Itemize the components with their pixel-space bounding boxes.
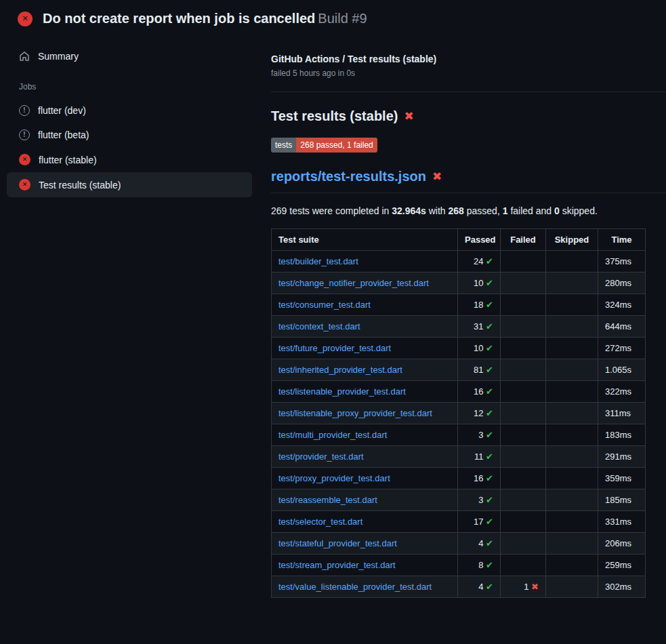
suite-link[interactable]: test/listenable_proxy_provider_test.dart	[278, 408, 432, 418]
table-row: test/proxy_provider_test.dart 16 ✔ 359ms	[272, 468, 646, 489]
suite-link[interactable]: test/listenable_provider_test.dart	[278, 386, 406, 397]
build-number: Build #9	[318, 11, 367, 26]
tests-badge: tests 268 passed, 1 failed	[271, 138, 377, 153]
check-icon: ✔	[486, 256, 493, 266]
passed-cell: 81 ✔	[458, 359, 501, 381]
passed-cell: 11 ✔	[458, 446, 501, 468]
home-icon	[19, 51, 30, 62]
passed-cell: 31 ✔	[458, 316, 501, 338]
sidebar-item-test-results-stable[interactable]: ✕ Test results (stable)	[7, 172, 252, 197]
suite-link[interactable]: test/future_provider_test.dart	[278, 343, 391, 353]
passed-cell: 4 ✔	[458, 576, 501, 598]
skipped-cell	[546, 576, 598, 598]
passed-count: 3	[478, 495, 483, 505]
suite-link[interactable]: test/inherited_provider_test.dart	[278, 365, 402, 375]
check-icon: ✔	[486, 321, 493, 331]
suite-link[interactable]: test/builder_test.dart	[278, 256, 358, 266]
failed-cell	[501, 381, 546, 403]
time-cell: 375ms	[598, 251, 646, 273]
sidebar-item-summary[interactable]: Summary	[7, 44, 252, 68]
passed-cell: 12 ✔	[458, 403, 501, 424]
summary-text: passed,	[464, 205, 503, 216]
check-icon: ✔	[486, 517, 493, 527]
suite-cell: test/stateful_provider_test.dart	[272, 533, 458, 555]
skipped-cell	[546, 468, 598, 489]
check-icon: ✔	[486, 386, 493, 397]
check-icon: ✔	[486, 343, 493, 353]
skipped-cell	[546, 273, 598, 294]
suite-link[interactable]: test/proxy_provider_test.dart	[278, 473, 390, 483]
check-icon: ✔	[486, 538, 493, 548]
neutral-status-icon: !	[19, 105, 30, 116]
suite-cell: test/multi_provider_test.dart	[272, 424, 458, 446]
skipped-cell	[546, 381, 598, 403]
suite-link[interactable]: test/provider_test.dart	[278, 451, 364, 462]
time-cell: 259ms	[598, 555, 646, 576]
suite-link[interactable]: test/stream_provider_test.dart	[278, 560, 396, 570]
table-row: test/selector_test.dart 17 ✔ 331ms	[272, 511, 646, 533]
passed-cell: 10 ✔	[458, 273, 501, 294]
suite-cell: test/change_notifier_provider_test.dart	[272, 273, 458, 294]
table-row: test/listenable_proxy_provider_test.dart…	[272, 403, 646, 424]
sidebar: Summary Jobs ! flutter (dev) ! flutter (…	[0, 35, 271, 197]
suite-cell: test/context_test.dart	[272, 316, 458, 338]
passed-cell: 10 ✔	[458, 338, 501, 359]
status-line: failed 5 hours ago in 0s	[271, 68, 666, 78]
passed-count: 81	[474, 365, 483, 375]
table-row: test/listenable_provider_test.dart 16 ✔ …	[272, 381, 646, 403]
skipped-cell	[546, 251, 598, 273]
suite-link[interactable]: test/value_listenable_provider_test.dart	[278, 582, 432, 592]
suite-cell: test/future_provider_test.dart	[272, 338, 458, 359]
col-header-test-suite: Test suite	[272, 229, 458, 251]
suite-link[interactable]: test/stateful_provider_test.dart	[278, 538, 397, 548]
suite-link[interactable]: test/selector_test.dart	[278, 517, 362, 527]
failed-cell	[501, 338, 546, 359]
failed-cell	[501, 273, 546, 294]
suite-cell: test/listenable_proxy_provider_test.dart	[272, 403, 458, 424]
skipped-cell	[546, 489, 598, 511]
job-label: Test results (stable)	[39, 180, 121, 190]
failed-x-icon: ✖	[432, 171, 442, 182]
passed-count: 24	[474, 256, 483, 266]
suite-link[interactable]: test/reassemble_test.dart	[278, 495, 377, 505]
check-icon: ✔	[486, 451, 493, 462]
check-icon: ✔	[486, 365, 493, 375]
sidebar-item-flutter-beta[interactable]: ! flutter (beta)	[7, 123, 252, 147]
passed-count: 3	[478, 430, 483, 440]
suite-link[interactable]: test/context_test.dart	[278, 321, 360, 331]
summary-text: with	[426, 205, 449, 216]
passed-cell: 24 ✔	[458, 251, 501, 273]
failed-cell: 1 ✖	[501, 576, 546, 598]
time-cell: 291ms	[598, 446, 646, 468]
failed-cell	[501, 359, 546, 381]
suite-cell: test/listenable_provider_test.dart	[272, 381, 458, 403]
passed-cell: 3 ✔	[458, 424, 501, 446]
badge-label: tests	[271, 138, 296, 153]
passed-count: 12	[474, 408, 483, 418]
suite-link[interactable]: test/consumer_test.dart	[278, 300, 371, 310]
suite-link[interactable]: test/multi_provider_test.dart	[278, 430, 387, 440]
report-link[interactable]: reports/test-results.json	[271, 169, 426, 184]
failed-cell	[501, 403, 546, 424]
summary-duration: 32.964s	[392, 205, 426, 216]
neutral-status-icon: !	[19, 129, 30, 140]
divider	[271, 92, 666, 92]
passed-count: 31	[474, 321, 483, 331]
table-row: test/builder_test.dart 24 ✔ 375ms	[272, 251, 646, 273]
sidebar-item-flutter-stable[interactable]: ✕ flutter (stable)	[7, 147, 252, 172]
skipped-cell	[546, 446, 598, 468]
failed-cell	[501, 251, 546, 273]
sidebar-item-flutter-dev[interactable]: ! flutter (dev)	[7, 98, 252, 123]
main-content: GitHub Actions / Test results (stable) f…	[271, 35, 666, 598]
time-cell: 331ms	[598, 511, 646, 533]
skipped-cell	[546, 403, 598, 424]
time-cell: 322ms	[598, 381, 646, 403]
build-title-text: Do not create report when job is cancell…	[43, 11, 315, 26]
failed-cell	[501, 294, 546, 316]
passed-cell: 8 ✔	[458, 555, 501, 576]
passed-count: 16	[474, 386, 483, 397]
check-icon: ✔	[486, 278, 493, 288]
skipped-cell	[546, 338, 598, 359]
suite-link[interactable]: test/change_notifier_provider_test.dart	[278, 278, 429, 288]
summary-text: 269 tests were completed in	[271, 205, 392, 216]
